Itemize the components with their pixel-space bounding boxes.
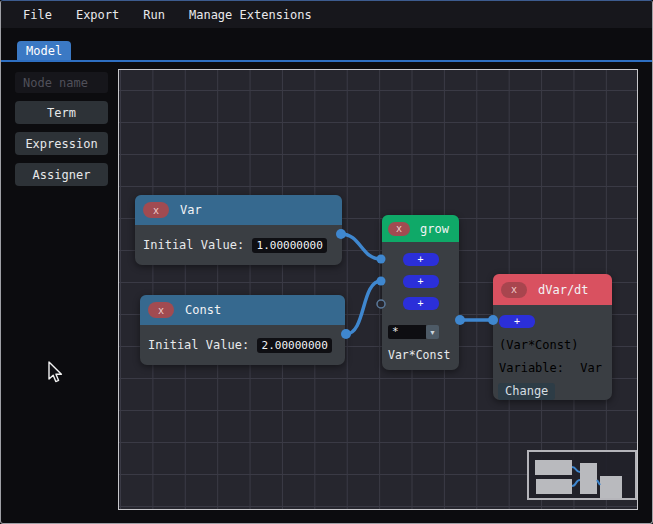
- add-input-button[interactable]: +: [403, 253, 439, 266]
- menu-run[interactable]: Run: [143, 8, 165, 22]
- node-editor-canvas[interactable]: x Var Initial Value: 1.00000000 x Const …: [118, 69, 638, 510]
- close-icon[interactable]: x: [148, 302, 174, 318]
- node-title: dVar/dt: [538, 283, 589, 297]
- node-name-input[interactable]: [15, 72, 108, 93]
- add-input-button[interactable]: +: [499, 315, 535, 328]
- initial-value-label: Initial Value:: [143, 238, 244, 252]
- initial-value-field[interactable]: 1.00000000: [252, 238, 327, 253]
- node-grow[interactable]: x grow + + + * ▼ Var*Const: [382, 215, 459, 370]
- initial-value-field[interactable]: 2.00000000: [257, 338, 332, 353]
- tab-underline: [1, 60, 652, 62]
- node-var-body: Initial Value: 1.00000000: [135, 225, 342, 265]
- node-var[interactable]: x Var Initial Value: 1.00000000: [135, 195, 342, 265]
- minimap-wires: [529, 452, 635, 498]
- node-const-header[interactable]: x Const: [140, 295, 345, 325]
- node-title: grow: [420, 222, 449, 236]
- variable-row: Variable: Var: [499, 361, 602, 375]
- menu-export[interactable]: Export: [76, 8, 119, 22]
- node-var-header[interactable]: x Var: [135, 195, 342, 225]
- variable-value: Var: [580, 361, 602, 375]
- expression-preview: Var*Const: [388, 348, 459, 362]
- close-icon[interactable]: x: [501, 282, 527, 298]
- node-title: Const: [185, 303, 221, 317]
- app-window: File Export Run Manage Extensions Model …: [0, 0, 653, 524]
- node-grow-header[interactable]: x grow: [382, 215, 459, 242]
- mouse-cursor: [48, 361, 64, 385]
- menu-file[interactable]: File: [23, 8, 52, 22]
- operator-value: *: [388, 325, 426, 339]
- expression-preview: (Var*Const): [499, 338, 612, 352]
- tab-model[interactable]: Model: [17, 41, 71, 62]
- variable-label: Variable:: [499, 361, 564, 375]
- menu-manage-extensions[interactable]: Manage Extensions: [189, 8, 312, 22]
- node-dvardt[interactable]: x dVar/dt + (Var*Const) Variable: Var Ch…: [493, 274, 612, 400]
- close-icon[interactable]: x: [143, 202, 169, 218]
- node-title: Var: [180, 203, 202, 217]
- expression-button[interactable]: Expression: [15, 132, 108, 155]
- menu-bar: File Export Run Manage Extensions: [1, 1, 652, 28]
- add-input-button[interactable]: +: [403, 275, 439, 288]
- node-const-body: Initial Value: 2.00000000: [140, 325, 345, 365]
- minimap[interactable]: [527, 450, 637, 500]
- term-button[interactable]: Term: [15, 101, 108, 124]
- close-icon[interactable]: x: [388, 222, 410, 236]
- initial-value-label: Initial Value:: [148, 338, 249, 352]
- node-const[interactable]: x Const Initial Value: 2.00000000: [140, 295, 345, 365]
- add-input-button[interactable]: +: [403, 297, 439, 310]
- chevron-down-icon[interactable]: ▼: [426, 325, 439, 339]
- operator-dropdown[interactable]: * ▼: [388, 325, 459, 339]
- node-dvardt-header[interactable]: x dVar/dt: [493, 274, 612, 305]
- assigner-button[interactable]: Assigner: [15, 163, 108, 186]
- change-button[interactable]: Change: [498, 383, 555, 400]
